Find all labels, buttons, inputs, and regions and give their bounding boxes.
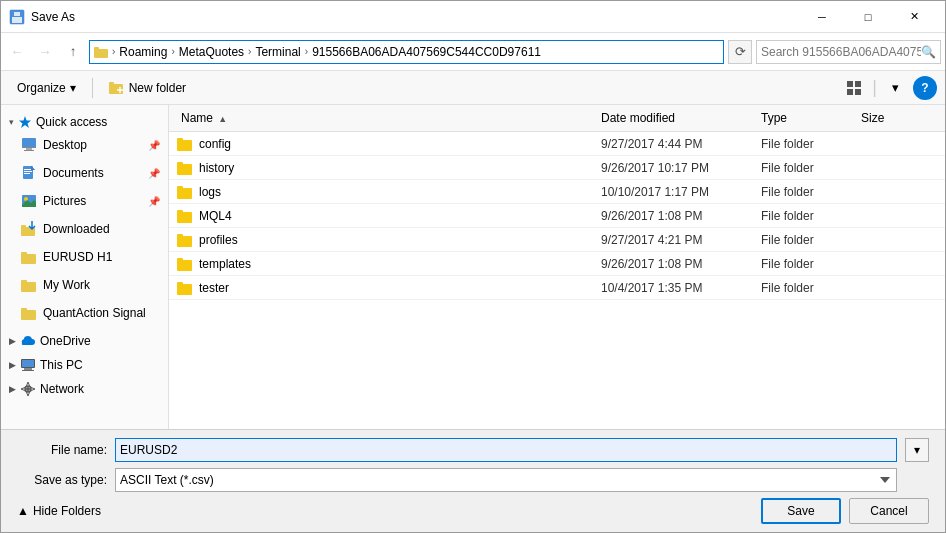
col-header-date[interactable]: Date modified (597, 109, 757, 127)
sidebar-item-quant[interactable]: QuantAction Signal (1, 299, 168, 327)
svg-rect-32 (21, 308, 27, 312)
breadcrumb-hash[interactable]: 915566BA06ADA407569C544CC0D97611 (312, 45, 541, 59)
svg-rect-10 (855, 81, 861, 87)
file-date: 9/26/2017 10:17 PM (597, 161, 757, 175)
network-section[interactable]: ▶ Network (1, 375, 168, 399)
folder-icon (177, 280, 193, 296)
file-name: logs (199, 185, 221, 199)
close-button[interactable]: ✕ (891, 1, 937, 33)
sort-arrow: ▲ (218, 114, 227, 124)
file-date: 9/26/2017 1:08 PM (597, 257, 757, 271)
svg-rect-26 (21, 225, 26, 229)
sidebar-item-pictures[interactable]: Pictures 📌 (1, 187, 168, 215)
file-name: history (199, 161, 234, 175)
sidebar-item-documents[interactable]: Documents 📌 (1, 159, 168, 187)
quick-access-chevron: ▾ (9, 117, 14, 127)
sidebar-item-downloaded[interactable]: Downloaded (1, 215, 168, 243)
svg-rect-39 (177, 138, 183, 142)
quick-access-section[interactable]: ▾ Quick access (1, 109, 168, 131)
thispc-chevron: ▶ (9, 360, 16, 370)
svg-rect-47 (177, 234, 183, 238)
breadcrumb[interactable]: › Roaming › MetaQuotes › Terminal › 9155… (89, 40, 724, 64)
sidebar-item-documents-label: Documents (43, 166, 142, 180)
svg-rect-45 (177, 210, 183, 214)
breadcrumb-roaming[interactable]: Roaming (119, 45, 167, 59)
view-toggle-button[interactable] (840, 76, 868, 100)
dialog-title: Save As (31, 10, 799, 24)
file-name-cell: config (177, 136, 597, 152)
table-row[interactable]: tester 10/4/2017 1:35 PM File folder (169, 276, 945, 300)
folder-icon (177, 208, 193, 224)
folder-icon (177, 184, 193, 200)
thispc-section[interactable]: ▶ This PC (1, 351, 168, 375)
table-row[interactable]: history 9/26/2017 10:17 PM File folder (169, 156, 945, 180)
breadcrumb-terminal[interactable]: Terminal (255, 45, 300, 59)
svg-rect-11 (847, 89, 853, 95)
svg-rect-17 (24, 150, 34, 151)
table-row[interactable]: config 9/27/2017 4:44 PM File folder (169, 132, 945, 156)
file-name: profiles (199, 233, 238, 247)
sidebar-item-eurusd-label: EURUSD H1 (43, 250, 160, 264)
sidebar-item-desktop[interactable]: Desktop 📌 (1, 131, 168, 159)
new-folder-button[interactable]: New folder (101, 76, 194, 100)
hide-folders-label: Hide Folders (33, 504, 101, 518)
folder-icon (177, 232, 193, 248)
search-icon: 🔍 (921, 45, 936, 59)
cancel-button[interactable]: Cancel (849, 498, 929, 524)
table-row[interactable]: templates 9/26/2017 1:08 PM File folder (169, 252, 945, 276)
table-row[interactable]: profiles 9/27/2017 4:21 PM File folder (169, 228, 945, 252)
new-folder-icon (109, 80, 125, 96)
view-dropdown-button[interactable]: ▾ (881, 76, 909, 100)
svg-rect-2 (14, 12, 20, 16)
save-button[interactable]: Save (761, 498, 841, 524)
help-button[interactable]: ? (913, 76, 937, 100)
toolbar: Organize ▾ New folder | ▾ (1, 71, 945, 105)
col-header-name[interactable]: Name ▲ (177, 109, 597, 127)
table-row[interactable]: MQL4 9/26/2017 1:08 PM File folder (169, 204, 945, 228)
hide-folders-chevron: ▲ (17, 504, 29, 518)
file-list-header: Name ▲ Date modified Type Size (169, 105, 945, 132)
toolbar-separator (92, 78, 93, 98)
minimize-button[interactable]: ─ (799, 1, 845, 33)
folder-icon (177, 256, 193, 272)
sidebar-item-eurusd[interactable]: EURUSD H1 (1, 243, 168, 271)
svg-rect-21 (24, 173, 30, 174)
file-name-cell: templates (177, 256, 597, 272)
file-name-cell: tester (177, 280, 597, 296)
folder-mywork-icon (21, 277, 37, 293)
file-date: 10/4/2017 1:35 PM (597, 281, 757, 295)
hide-folders-button[interactable]: ▲ Hide Folders (17, 504, 101, 518)
download-icon (21, 221, 37, 237)
svg-rect-36 (22, 370, 34, 371)
table-row[interactable]: logs 10/10/2017 1:17 PM File folder (169, 180, 945, 204)
sidebar-item-mywork[interactable]: My Work (1, 271, 168, 299)
onedrive-section[interactable]: ▶ OneDrive (1, 327, 168, 351)
breadcrumb-metaquotes[interactable]: MetaQuotes (179, 45, 244, 59)
file-name-cell: profiles (177, 232, 597, 248)
search-input[interactable] (761, 45, 921, 59)
file-date: 10/10/2017 1:17 PM (597, 185, 757, 199)
maximize-button[interactable]: □ (845, 1, 891, 33)
back-button[interactable]: ← (5, 40, 29, 64)
refresh-button[interactable]: ⟳ (728, 40, 752, 64)
savetype-select[interactable]: ASCII Text (*.csv) (115, 468, 897, 492)
file-date: 9/27/2017 4:44 PM (597, 137, 757, 151)
col-header-type[interactable]: Type (757, 109, 857, 127)
filename-input[interactable] (115, 438, 897, 462)
filename-dropdown[interactable]: ▾ (905, 438, 929, 462)
organize-button[interactable]: Organize ▾ (9, 76, 84, 100)
file-date: 9/26/2017 1:08 PM (597, 209, 757, 223)
folder-icon (94, 45, 108, 59)
dialog-icon (9, 9, 25, 25)
forward-button[interactable]: → (33, 40, 57, 64)
col-header-size[interactable]: Size (857, 109, 937, 127)
save-as-dialog: Save As ─ □ ✕ ← → ↑ › Roaming › MetaQuot… (0, 0, 946, 533)
file-type: File folder (757, 209, 857, 223)
svg-rect-41 (177, 162, 183, 166)
filename-row: File name: ▾ (17, 438, 929, 462)
folder-eurusd-icon (21, 249, 37, 265)
onedrive-chevron: ▶ (9, 336, 16, 346)
file-type: File folder (757, 185, 857, 199)
quick-access-label: Quick access (36, 115, 107, 129)
up-button[interactable]: ↑ (61, 40, 85, 64)
